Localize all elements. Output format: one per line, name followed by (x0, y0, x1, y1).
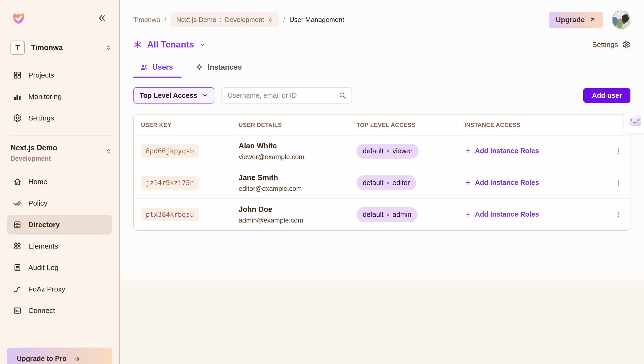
sidebar-item-settings[interactable]: Settings (7, 108, 112, 128)
table-header: USER KEY USER DETAILS TOP LEVEL ACCESS I… (134, 115, 630, 135)
top-level-access-badge[interactable]: default editor (356, 175, 416, 190)
user-email: editor@example.com (239, 185, 350, 193)
user-email: admin@example.com (239, 217, 350, 224)
org-switcher[interactable]: T Timonwa (10, 41, 112, 55)
row-menu-kebab-icon[interactable] (613, 178, 623, 188)
breadcrumb: Timonwa / Next.js Demo : Development / U… (133, 13, 344, 27)
search-input[interactable] (227, 91, 339, 100)
sidebar-item-foaz-proxy[interactable]: FoAz Proxy (7, 279, 112, 299)
search-icon[interactable] (339, 92, 346, 99)
cabinet-icon (13, 220, 22, 229)
add-instance-roles-button[interactable]: Add Instance Roles (464, 147, 539, 155)
project-switcher[interactable]: Next.js Demo Development (10, 135, 112, 162)
sidebar-item-label: Audit Log (28, 264, 58, 272)
chevron-down-icon (199, 41, 206, 48)
user-name: Jane Smith (239, 173, 350, 182)
add-instance-roles-button[interactable]: Add Instance Roles (464, 179, 539, 187)
breadcrumb-separator: / (164, 16, 166, 24)
gear-icon (622, 41, 630, 49)
breadcrumb-separator: / (283, 16, 285, 24)
sidebar-item-policy[interactable]: Policy (7, 194, 112, 213)
add-instance-roles-label: Add Instance Roles (475, 210, 539, 218)
tab-users[interactable]: Users (133, 63, 182, 78)
user-key[interactable]: jz14r9kzi75n (141, 176, 199, 190)
arrow-up-right-icon (589, 16, 596, 23)
gear-icon (13, 114, 22, 122)
sidebar: T Timonwa Projects Monitoring (0, 0, 120, 364)
breadcrumb-colon: : (220, 16, 222, 24)
app-logo-icon (10, 9, 28, 27)
add-instance-roles-button[interactable]: Add Instance Roles (464, 210, 539, 218)
page-settings-link[interactable]: Settings (592, 41, 630, 49)
column-header-top-level-access: TOP LEVEL ACCESS (350, 122, 457, 128)
breadcrumb-org[interactable]: Timonwa (133, 16, 160, 24)
org-name: Timonwa (31, 43, 105, 52)
column-header-user-key: USER KEY (134, 122, 232, 128)
plus-icon (464, 147, 472, 154)
sidebar-item-label: Projects (28, 71, 54, 79)
chevrons-up-down-icon (268, 17, 273, 23)
breadcrumb-project: Next.js Demo (176, 16, 216, 24)
dot-separator (387, 214, 389, 216)
sidebar-item-label: FoAz Proxy (28, 285, 65, 293)
chevrons-up-down-icon (105, 148, 112, 154)
tab-label: Instances (208, 63, 242, 72)
org-nav: Projects Monitoring Settings (0, 65, 119, 128)
user-avatar[interactable] (612, 11, 630, 29)
project-name: Next.js Demo (10, 144, 105, 152)
user-name: Alan White (239, 142, 350, 150)
add-user-button[interactable]: Add user (583, 88, 630, 103)
user-key[interactable]: ptx384krbgsu (141, 208, 199, 221)
bar-chart-icon (13, 92, 22, 101)
route-arrow-icon (13, 285, 22, 293)
sidebar-item-monitoring[interactable]: Monitoring (7, 87, 112, 106)
add-instance-roles-label: Add Instance Roles (475, 147, 539, 155)
row-menu-kebab-icon[interactable] (613, 210, 623, 220)
settings-label: Settings (592, 41, 618, 49)
user-search (222, 87, 352, 104)
upgrade-button[interactable]: Upgrade (549, 12, 603, 28)
sidebar-item-home[interactable]: Home (7, 172, 112, 192)
circles-icon (13, 242, 22, 250)
dot-separator (387, 182, 389, 184)
tenant-selector[interactable]: All Tenants (133, 40, 206, 50)
upgrade-to-pro-button[interactable]: Upgrade to Pro (7, 347, 112, 364)
tab-bar: Users Instances (133, 63, 630, 78)
org-avatar: T (10, 41, 25, 55)
sidebar-item-label: Monitoring (28, 93, 62, 101)
user-email: viewer@example.com (239, 153, 350, 161)
sidebar-item-label: Settings (28, 114, 54, 122)
sidebar-item-label: Elements (28, 242, 58, 250)
asterisk-icon (133, 40, 142, 49)
floating-helper-panel: >‿< (624, 111, 644, 133)
sidebar-item-label: Policy (28, 199, 48, 207)
breadcrumb-project-env-selector[interactable]: Next.js Demo : Development (170, 13, 279, 27)
access-tenant: default (363, 179, 384, 187)
sidebar-item-projects[interactable]: Projects (7, 65, 112, 85)
sidebar-item-connect[interactable]: Connect (7, 301, 112, 320)
column-header-instance-access: INSTANCE ACCESS (457, 122, 606, 128)
grid-icon (13, 71, 22, 79)
main-content: Timonwa / Next.js Demo : Development / U… (120, 0, 644, 364)
upgrade-to-pro-label: Upgrade to Pro (17, 355, 66, 362)
sidebar-item-directory[interactable]: Directory (7, 215, 112, 235)
tab-instances[interactable]: Instances (189, 63, 250, 78)
mascot-face-toggle[interactable]: >‿< (629, 114, 641, 126)
filter-label: Top Level Access (140, 92, 197, 99)
top-level-access-filter[interactable]: Top Level Access (133, 87, 214, 104)
users-icon (140, 63, 148, 71)
top-level-access-badge[interactable]: default admin (356, 207, 418, 222)
row-menu-kebab-icon[interactable] (613, 146, 623, 156)
sidebar-item-elements[interactable]: Elements (7, 236, 112, 256)
sparkle-icon (195, 63, 204, 71)
home-icon (13, 177, 22, 186)
user-key[interactable]: 8pd66jkpyqsb (141, 144, 199, 158)
chevrons-up-down-icon (105, 44, 112, 51)
sidebar-item-audit-log[interactable]: Audit Log (7, 258, 112, 277)
sidebar-collapse-icon[interactable] (97, 13, 107, 23)
column-header-user-details: USER DETAILS (232, 122, 350, 128)
access-role: viewer (392, 147, 412, 155)
top-level-access-badge[interactable]: default viewer (356, 144, 419, 159)
plus-icon (464, 211, 472, 218)
table-row: jz14r9kzi75n Jane Smith editor@example.c… (134, 167, 630, 199)
